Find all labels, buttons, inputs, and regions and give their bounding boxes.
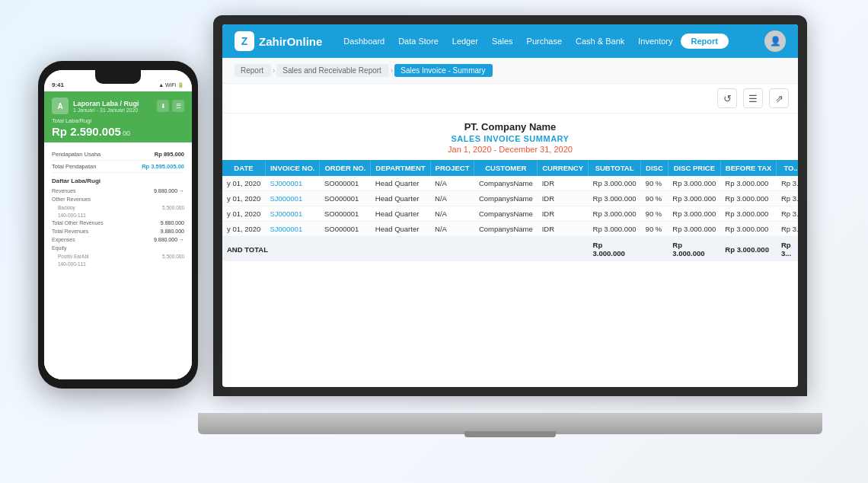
phone-total-amount: Rp 2.590.005 xyxy=(52,125,121,138)
breadcrumb-report[interactable]: Report xyxy=(235,64,271,77)
phone-status-icons: ▲ WiFi 🔋 xyxy=(158,82,184,88)
nav-ledger[interactable]: Ledger xyxy=(446,34,484,49)
cell-subtotal: Rp 3.000.000 xyxy=(589,206,641,222)
phone-sub-label: 140-000-111 xyxy=(58,261,86,267)
cell-dept: Head Quarter xyxy=(371,176,430,191)
cell-disc: 90 % xyxy=(641,191,669,206)
cell-date: y 01, 2020 xyxy=(222,206,265,222)
footer-label: AND TOTAL xyxy=(222,237,589,262)
cell-invoice[interactable]: SJ000001 xyxy=(265,176,320,191)
breadcrumb-current: Sales Invoice - Summary xyxy=(394,64,493,77)
report-table: DATE INVOICE NO. ORDER NO. DEPARTMENT PR… xyxy=(222,160,798,261)
phone-content: A Laporan Laba / Rugi 1 Januari - 31 Jan… xyxy=(44,91,192,379)
cell-subtotal: Rp 3.000.000 xyxy=(589,176,641,191)
breadcrumb-sales-report[interactable]: Sales and Receivable Report xyxy=(276,64,389,77)
cell-before-tax: Rp 3.000.000 xyxy=(720,176,777,191)
col-currency: CURRENCY xyxy=(538,160,589,176)
col-disc: DISC xyxy=(641,160,669,176)
table-row: y 01, 2020 SJ000001 SO000001 Head Quarte… xyxy=(222,222,798,237)
phone-row-pendapatan: Pendapatan Usaha Rp 895.000 xyxy=(52,149,184,161)
report-title: SALES INVOICE SUMMARY xyxy=(222,134,798,143)
navbar: Z ZahirOnline Dashboard Data Store Ledge… xyxy=(222,24,798,58)
nav-datastore[interactable]: Data Store xyxy=(392,34,445,49)
phone-list-item: Positiv EarAbl 5.500.000 xyxy=(52,252,184,260)
cell-dept: Head Quarter xyxy=(371,191,430,206)
phone-download-icon[interactable]: ⬇ xyxy=(157,100,169,112)
phone-line-label: Other Revenues xyxy=(52,197,91,202)
cell-before-tax: Rp 3.000.000 xyxy=(720,206,777,222)
col-before-tax: BEFORE TAX xyxy=(720,160,777,176)
cell-invoice[interactable]: SJ000001 xyxy=(265,206,320,222)
cell-date: y 01, 2020 xyxy=(222,176,265,191)
cell-dept: Head Quarter xyxy=(371,222,430,237)
phone-pendapatan-value: Rp 895.000 xyxy=(155,151,184,158)
cell-customer: CompanysName xyxy=(474,206,538,222)
phone-total-pendapatan-label: Total Pendapatan xyxy=(52,163,96,170)
col-subtotal: SUBTOTAL xyxy=(589,160,641,176)
cell-invoice[interactable]: SJ000001 xyxy=(265,191,320,206)
nav-links: Dashboard Data Store Ledger Sales Purcha… xyxy=(337,34,757,49)
phone-line-value: 9.880.000 → xyxy=(154,237,184,242)
laptop-device: Z ZahirOnline Dashboard Data Store Ledge… xyxy=(198,15,822,457)
cell-disc-price: Rp 3.000.000 xyxy=(668,206,720,222)
phone-items-list: Revenues 9.880.000 → Other Revenues Back… xyxy=(52,187,184,267)
phone-header: A Laporan Laba / Rugi 1 Januari - 31 Jan… xyxy=(44,91,192,142)
phone-bezel: 9:41 ▲ WiFi 🔋 A Laporan Laba / Rugi 1 Ja… xyxy=(38,61,198,389)
filter-button[interactable]: ☰ xyxy=(743,88,763,108)
nav-dashboard[interactable]: Dashboard xyxy=(337,34,391,49)
col-date: DATE xyxy=(222,160,265,176)
phone-header-title: Laporan Laba / Rugi xyxy=(73,100,139,107)
col-invoice: INVOICE NO. xyxy=(265,160,320,176)
phone-line-value: 9.880.000 xyxy=(161,220,184,226)
phone-sub-label: Positiv EarAbl xyxy=(58,254,88,259)
phone-line-value: 9.880.000 xyxy=(161,229,184,234)
cell-dept: Head Quarter xyxy=(371,206,430,222)
cell-subtotal: Rp 3.000.000 xyxy=(589,191,641,206)
nav-cashbank[interactable]: Cash & Bank xyxy=(570,34,630,49)
report-date-range: Jan 1, 2020 - December 31, 2020 xyxy=(222,145,798,154)
logo-text: ZahirOnline xyxy=(259,35,322,48)
cell-to: Rp 3... xyxy=(777,176,798,191)
cell-disc-price: Rp 3.000.000 xyxy=(668,222,720,237)
nav-inventory[interactable]: Inventory xyxy=(632,34,678,49)
report-content: PT. Company Name SALES INVOICE SUMMARY J… xyxy=(222,114,798,387)
phone-body: Pendapatan Usaha Rp 895.000 Total Pendap… xyxy=(44,142,192,379)
phone-header-avatar: A xyxy=(52,98,69,114)
report-company-name: PT. Company Name xyxy=(222,121,798,133)
cell-order: SO000001 xyxy=(320,191,371,206)
cell-invoice[interactable]: SJ000001 xyxy=(265,222,320,237)
cell-to: Rp 3... xyxy=(777,206,798,222)
col-order: ORDER NO. xyxy=(320,160,371,176)
user-avatar[interactable]: 👤 xyxy=(764,30,786,52)
laptop-screen: Z ZahirOnline Dashboard Data Store Ledge… xyxy=(222,24,798,387)
nav-purchase[interactable]: Purchase xyxy=(521,34,568,49)
cell-disc: 90 % xyxy=(641,176,669,191)
phone-line-label: Revenues xyxy=(52,188,76,194)
cell-customer: CompanysName xyxy=(474,176,538,191)
nav-sales[interactable]: Sales xyxy=(486,34,519,49)
footer-to: Rp 3... xyxy=(777,237,798,262)
cell-order: SO000001 xyxy=(320,206,371,222)
phone-line-label: Total Revenues xyxy=(52,229,88,234)
share-button[interactable]: ⇗ xyxy=(769,88,789,108)
phone-total-label: Total Laba/Rugi xyxy=(52,117,184,124)
cell-disc-price: Rp 3.000.000 xyxy=(668,176,720,191)
phone-notch xyxy=(95,70,141,84)
footer-before-tax: Rp 3.000.000 xyxy=(720,237,777,262)
cell-disc: 90 % xyxy=(641,206,669,222)
refresh-button[interactable]: ↺ xyxy=(717,88,737,108)
phone-sub-value: 5.500.000 xyxy=(162,205,184,210)
report-button[interactable]: Report xyxy=(681,34,729,49)
laptop-bezel: Z ZahirOnline Dashboard Data Store Ledge… xyxy=(213,15,807,396)
report-header: PT. Company Name SALES INVOICE SUMMARY J… xyxy=(222,121,798,154)
phone-line-value: 9.880.000 → xyxy=(154,188,184,194)
laptop-notch xyxy=(464,431,556,437)
phone-filter-icon[interactable]: ☰ xyxy=(172,100,184,112)
phone-list-item: Other Revenues xyxy=(52,195,184,203)
cell-date: y 01, 2020 xyxy=(222,191,265,206)
cell-disc: 90 % xyxy=(641,222,669,237)
cell-order: SO000001 xyxy=(320,222,371,237)
phone-total-pendapatan-value: Rp 3.595.005.00 xyxy=(142,163,184,170)
col-to: TO... xyxy=(777,160,798,176)
col-project: PROJECT xyxy=(430,160,474,176)
